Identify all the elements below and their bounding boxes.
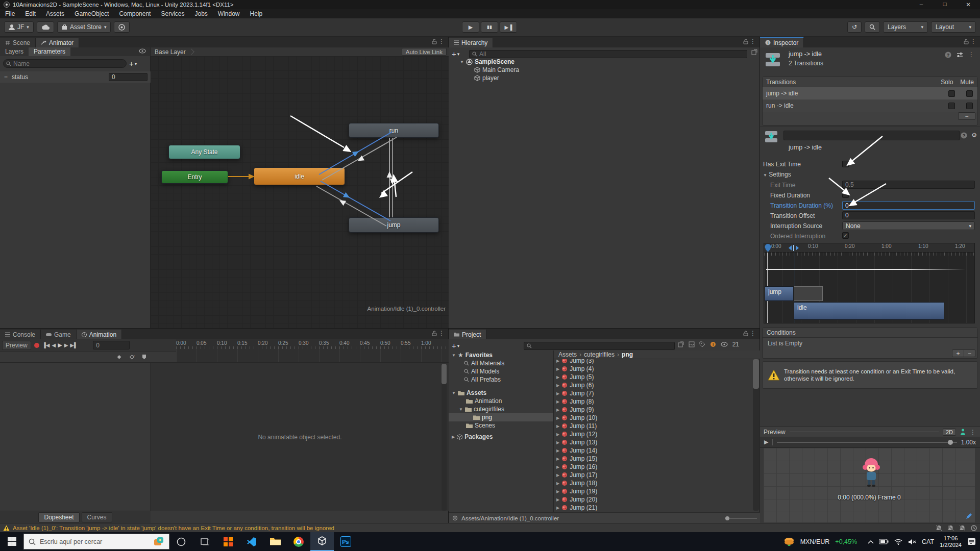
tray-chevron-icon[interactable] <box>868 540 874 544</box>
task-view-button[interactable] <box>193 538 216 546</box>
transition-timeline[interactable]: 0:000:100:201:001:101:20 jump idle <box>764 243 975 323</box>
project-file-row[interactable]: ▶ Jump (9) <box>554 406 753 414</box>
preview-speed-slider[interactable] <box>777 442 957 443</box>
dopesheet-tab[interactable]: Dopesheet <box>38 512 79 522</box>
expander-icon[interactable]: ▶ <box>556 432 559 437</box>
foldout-icon[interactable]: ▼ <box>452 391 456 395</box>
mute-bell-icon[interactable] <box>947 525 954 531</box>
project-file-row[interactable]: ▶ Jump (6) <box>554 381 753 389</box>
eye-icon[interactable] <box>135 47 150 56</box>
hierarchy-row-player[interactable]: player <box>471 74 742 82</box>
lock-icon[interactable] <box>743 331 748 336</box>
parameter-row[interactable]: = status 0 <box>0 71 151 83</box>
tab-console[interactable]: Console <box>0 330 41 339</box>
currency-pair[interactable]: MXN/EUR <box>800 538 830 545</box>
remove-transition-button[interactable]: − <box>958 112 975 120</box>
remove-condition-button[interactable]: − <box>964 350 975 357</box>
presets-icon[interactable] <box>957 52 963 58</box>
interruption-source-dropdown[interactable]: None▾ <box>842 221 975 230</box>
project-file-row[interactable]: ▶ Jump (3) <box>554 359 753 365</box>
transition-name-field[interactable] <box>783 131 960 140</box>
cortana-button[interactable] <box>169 537 193 546</box>
event-marker-icon[interactable] <box>142 354 146 360</box>
expander-icon[interactable]: ▶ <box>556 448 559 453</box>
timeline-jump-tail[interactable] <box>794 286 823 301</box>
auto-live-link-button[interactable]: Auto Live Link <box>402 48 447 56</box>
project-file-row[interactable]: ▶ Jump (7) <box>554 389 753 397</box>
expander-icon[interactable]: ▶ <box>556 473 559 478</box>
next-key-button[interactable]: ▶ <box>64 342 68 348</box>
timeline-jump-bar[interactable]: jump <box>765 286 794 301</box>
project-file-row[interactable]: ▶ Jump (20) <box>554 495 753 504</box>
tab-project[interactable]: Project <box>449 330 486 339</box>
add-condition-button[interactable]: + <box>952 350 964 357</box>
lock-icon[interactable] <box>432 39 437 44</box>
hierarchy-row-main-camera[interactable]: Main Camera <box>471 66 742 74</box>
battery-icon[interactable] <box>879 539 889 544</box>
menu-item[interactable]: Component <box>114 9 156 18</box>
notification-center-icon[interactable] <box>967 538 976 545</box>
breadcrumb[interactable]: Base Layer <box>151 48 186 56</box>
preview-toggle-button[interactable]: Preview <box>2 341 31 350</box>
project-file-row[interactable]: ▶ Jump (5) <box>554 373 753 381</box>
play-focused-button[interactable] <box>114 21 130 33</box>
transition-offset-field[interactable]: 0 <box>842 211 975 219</box>
project-file-row[interactable]: ▶ Jump (13) <box>554 438 753 446</box>
fixed-duration-checkbox[interactable] <box>842 191 849 198</box>
ordered-interruption-checkbox[interactable]: ✓ <box>842 232 849 239</box>
play-anim-button[interactable]: ▶ <box>58 342 62 348</box>
first-key-button[interactable]: ▐◀ <box>42 342 50 348</box>
menu-item[interactable]: GameObject <box>69 9 114 18</box>
transition-row-selected[interactable]: jump -> idle <box>763 87 977 99</box>
project-file-row[interactable]: ▶ Jump (8) <box>554 397 753 406</box>
tree-folder-scenes[interactable]: Scenes <box>449 421 553 430</box>
tree-favorite-item[interactable]: All Models <box>461 367 553 375</box>
project-file-row[interactable]: ▶ Jump (14) <box>554 446 753 455</box>
close-button[interactable]: ✕ <box>957 1 980 8</box>
label-tag-icon[interactable] <box>699 341 705 347</box>
tree-folder-png-selected[interactable]: png <box>449 413 553 421</box>
menu-item[interactable]: File <box>0 9 20 18</box>
keyboard-language[interactable]: CAT <box>922 538 934 545</box>
tree-folder-cutegirlfiles[interactable]: ▼ cutegirlfiles <box>449 405 553 413</box>
tab-game[interactable]: Game <box>41 330 77 339</box>
expander-icon[interactable]: ▶ <box>556 465 559 469</box>
state-node-run[interactable]: run <box>349 123 439 138</box>
tab-parameters[interactable]: Parameters <box>29 47 70 56</box>
gear-icon[interactable]: ⚙ <box>971 132 977 139</box>
foldout-icon[interactable]: ▼ <box>460 60 464 64</box>
menu-item[interactable]: Jobs <box>189 9 212 18</box>
lock-icon[interactable] <box>743 39 748 44</box>
project-file-row[interactable]: ▶ Jump (15) <box>554 455 753 463</box>
hierarchy-search-input[interactable]: All <box>469 50 747 58</box>
taskbar-app-vscode[interactable] <box>240 537 263 547</box>
expander-icon[interactable]: ▶ <box>556 416 559 420</box>
volume-muted-icon[interactable] <box>908 539 916 545</box>
undo-history-button[interactable]: ↺ <box>847 21 862 33</box>
tab-inspector[interactable]: i Inspector <box>760 37 804 47</box>
panel-menu-icon[interactable]: ⋮ <box>970 38 977 45</box>
tab-animator[interactable]: Animator <box>36 38 79 47</box>
project-file-row[interactable]: ▶ Jump (11) <box>554 422 753 430</box>
transition-duration-field[interactable]: 0 <box>842 201 975 210</box>
expander-icon[interactable]: ▶ <box>556 391 559 396</box>
tab-layers[interactable]: Layers <box>0 47 29 56</box>
parameter-value-field[interactable]: 0 <box>109 73 148 81</box>
transition-handle-icon[interactable] <box>788 245 801 251</box>
lock-icon[interactable] <box>432 331 437 336</box>
pen-icon[interactable] <box>966 513 972 519</box>
project-add-button[interactable]: +▾ <box>452 341 459 350</box>
settings-foldout[interactable]: ▼ Settings <box>763 171 791 178</box>
transition-row[interactable]: run -> idle <box>763 99 977 112</box>
play-button[interactable]: ▶ <box>462 21 479 33</box>
help-icon[interactable]: ? <box>945 52 951 58</box>
project-file-row[interactable]: ▶ Jump (17) <box>554 471 753 479</box>
taskbar-app-orange[interactable] <box>216 537 240 547</box>
tab-hierarchy[interactable]: Hierarchy <box>449 38 493 47</box>
project-file-row[interactable]: ▶ Jump (18) <box>554 479 753 487</box>
minimize-button[interactable]: – <box>910 1 933 8</box>
taskbar-app-photoshop[interactable]: Ps <box>334 536 357 547</box>
slider-thumb[interactable] <box>948 440 953 445</box>
more-icon[interactable]: ⋮ <box>968 51 975 58</box>
cloud-button[interactable] <box>37 21 54 33</box>
